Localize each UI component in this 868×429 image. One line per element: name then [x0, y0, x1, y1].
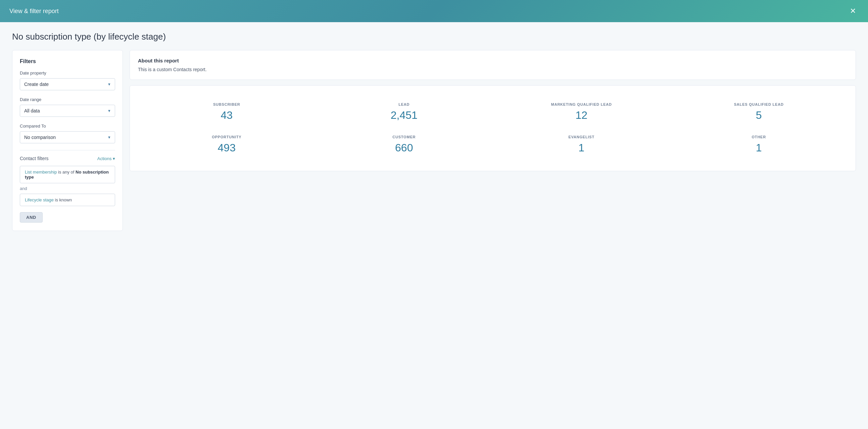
- compared-to-group: Compared To No comparison Previous perio…: [20, 124, 115, 143]
- stat-customer-label: CUSTOMER: [319, 135, 490, 139]
- compared-to-label: Compared To: [20, 124, 115, 129]
- contact-filters-label: Contact filters: [20, 156, 49, 161]
- date-range-label: Date range: [20, 97, 115, 102]
- actions-button[interactable]: Actions ▾: [97, 156, 115, 161]
- filter-1-rest: is any of: [57, 170, 75, 175]
- stat-mql-value: 12: [496, 109, 667, 122]
- stat-other: OTHER 1: [670, 128, 848, 161]
- close-button[interactable]: ✕: [847, 6, 859, 16]
- about-description: This is a custom Contacts report.: [138, 67, 847, 72]
- stat-customer-value: 660: [319, 142, 490, 154]
- modal-header: View & filter report ✕: [0, 0, 868, 22]
- stat-sql-label: SALES QUALIFIED LEAD: [674, 102, 844, 106]
- filters-panel: Filters Date property Create date Last m…: [12, 50, 123, 231]
- stat-opportunity-label: OPPORTUNITY: [141, 135, 312, 139]
- date-range-select[interactable]: All data Last 7 days Last 30 days Last 9…: [20, 105, 115, 117]
- stats-card: SUBSCRIBER 43 LEAD 2,451 MARKETING QUALI…: [130, 85, 856, 171]
- stat-customer: CUSTOMER 660: [315, 128, 493, 161]
- filter-tag-list-membership[interactable]: List membership is any of No subscriptio…: [20, 166, 115, 183]
- list-membership-link[interactable]: List membership: [25, 170, 57, 175]
- stat-subscriber: SUBSCRIBER 43: [138, 96, 315, 128]
- filter-tag-lifecycle-stage[interactable]: Lifecycle stage is known: [20, 194, 115, 206]
- stat-lead-value: 2,451: [319, 109, 490, 122]
- stat-evangelist-label: EVANGELIST: [496, 135, 667, 139]
- stat-mql: MARKETING QUALIFIED LEAD 12: [493, 96, 670, 128]
- right-panel: About this report This is a custom Conta…: [130, 50, 856, 171]
- date-property-group: Date property Create date Last modified …: [20, 70, 115, 90]
- filter-divider: [20, 150, 115, 150]
- stat-mql-label: MARKETING QUALIFIED LEAD: [496, 102, 667, 106]
- contact-filters-header: Contact filters Actions ▾: [20, 156, 115, 161]
- and-add-button[interactable]: AND: [20, 212, 43, 222]
- report-title: No subscription type (by lifecycle stage…: [12, 32, 856, 42]
- stat-evangelist-value: 1: [496, 142, 667, 154]
- about-card: About this report This is a custom Conta…: [130, 50, 856, 80]
- stat-lead-label: LEAD: [319, 102, 490, 106]
- date-property-select-wrapper[interactable]: Create date Last modified date Last acti…: [20, 78, 115, 90]
- stat-opportunity: OPPORTUNITY 493: [138, 128, 315, 161]
- compared-to-select-wrapper[interactable]: No comparison Previous period Previous y…: [20, 131, 115, 143]
- stat-other-label: OTHER: [674, 135, 844, 139]
- lifecycle-stage-link[interactable]: Lifecycle stage: [25, 197, 54, 203]
- stat-sql-value: 5: [674, 109, 844, 122]
- filters-heading: Filters: [20, 58, 115, 64]
- stats-grid-row1: SUBSCRIBER 43 LEAD 2,451 MARKETING QUALI…: [138, 96, 847, 161]
- stat-lead: LEAD 2,451: [315, 96, 493, 128]
- filter-2-rest: is known: [54, 197, 72, 203]
- modal-body: No subscription type (by lifecycle stage…: [0, 22, 868, 243]
- stat-subscriber-value: 43: [141, 109, 312, 122]
- stat-evangelist: EVANGELIST 1: [493, 128, 670, 161]
- stat-sql: SALES QUALIFIED LEAD 5: [670, 96, 848, 128]
- date-range-select-wrapper[interactable]: All data Last 7 days Last 30 days Last 9…: [20, 105, 115, 117]
- modal-title: View & filter report: [9, 8, 59, 15]
- stat-subscriber-label: SUBSCRIBER: [141, 102, 312, 106]
- stat-opportunity-value: 493: [141, 142, 312, 154]
- about-title: About this report: [138, 58, 847, 63]
- date-property-label: Date property: [20, 70, 115, 75]
- date-range-group: Date range All data Last 7 days Last 30 …: [20, 97, 115, 117]
- date-property-select[interactable]: Create date Last modified date Last acti…: [20, 78, 115, 90]
- compared-to-select[interactable]: No comparison Previous period Previous y…: [20, 131, 115, 143]
- and-connector: and: [20, 186, 115, 191]
- stat-other-value: 1: [674, 142, 844, 154]
- content-row: Filters Date property Create date Last m…: [12, 50, 856, 231]
